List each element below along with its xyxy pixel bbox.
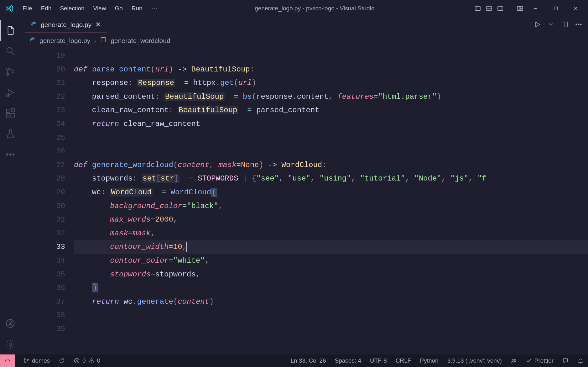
code-line[interactable]: clean_raw_content: BeautifulSoup = parse… (74, 103, 588, 117)
line-number: 28 (21, 172, 65, 186)
svg-point-39 (24, 362, 25, 363)
status-branch[interactable]: demos (19, 354, 54, 367)
status-eol[interactable]: CRLF (391, 354, 416, 367)
activity-search-icon[interactable] (0, 41, 21, 61)
status-cursor-position[interactable]: Ln 33, Col 26 (286, 354, 330, 367)
customize-layout-icon[interactable] (517, 5, 523, 12)
toggle-panel-bottom-icon[interactable] (486, 5, 492, 12)
code-editor[interactable]: 1920212223242526272829303132333435363738… (21, 48, 588, 354)
menu-selection[interactable]: Selection (55, 3, 89, 14)
close-button[interactable] (569, 3, 583, 13)
line-number: 23 (21, 103, 65, 117)
code-line[interactable]: def parse_content(url) -> BeautifulSoup: (74, 63, 588, 76)
line-number-gutter: 1920212223242526272829303132333435363738… (21, 49, 74, 336)
svg-point-36 (580, 24, 581, 25)
svg-point-30 (33, 22, 33, 23)
code-line[interactable]: mask=mask, (74, 227, 588, 240)
run-dropdown-icon[interactable] (547, 21, 555, 29)
line-number: 20 (21, 63, 65, 76)
status-sync[interactable] (54, 354, 69, 367)
tab-label: generate_logo.py (41, 21, 91, 29)
svg-point-13 (7, 48, 12, 53)
status-interpreter[interactable]: 3.9.13 ('.venv': venv) (443, 354, 506, 367)
breadcrumb-file[interactable]: generate_logo.py (39, 37, 90, 45)
chevron-right-icon: › (94, 37, 96, 45)
status-formatter[interactable]: Prettier (521, 354, 558, 367)
code-line[interactable]: stopwords=stopwords, (74, 268, 588, 281)
layout-controls (474, 5, 523, 12)
activity-accounts-icon[interactable] (0, 313, 21, 334)
code-line[interactable]: parsed_content: BeautifulSoup = bs(respo… (74, 90, 588, 104)
line-number: 25 (21, 131, 65, 145)
activity-extensions-icon[interactable] (0, 103, 21, 123)
svg-point-17 (12, 71, 14, 73)
svg-point-26 (13, 154, 14, 155)
activity-run-debug-icon[interactable] (0, 82, 21, 103)
code-line[interactable]: background_color="black", (74, 199, 588, 213)
code-line[interactable]: contour_width=10, (74, 240, 588, 254)
minimize-button[interactable] (528, 3, 543, 13)
code-line[interactable]: ) (74, 281, 588, 295)
remote-indicator[interactable] (0, 354, 15, 367)
vscode-logo-icon (5, 4, 14, 13)
status-branch-label: demos (32, 357, 50, 364)
code-line[interactable]: max_words=2000, (74, 213, 588, 227)
code-line[interactable]: contour_color="white", (74, 254, 588, 268)
tab-close-icon[interactable]: ✕ (95, 21, 101, 29)
svg-point-25 (9, 154, 11, 155)
status-feedback-icon[interactable] (558, 354, 573, 367)
code-line[interactable] (74, 49, 588, 63)
svg-point-16 (7, 73, 9, 76)
maximize-button[interactable] (549, 3, 563, 13)
code-content[interactable]: def parse_content(url) -> BeautifulSoup:… (74, 49, 588, 336)
code-line[interactable]: wc: WordCloud = WordCloud( (74, 186, 588, 199)
breadcrumb[interactable]: generate_logo.py › generate_wordcloud (21, 33, 588, 48)
code-line[interactable] (74, 131, 588, 145)
svg-point-24 (7, 154, 8, 155)
code-line[interactable]: return wc.generate(content) (74, 295, 588, 309)
activity-settings-icon[interactable] (0, 334, 21, 354)
svg-point-28 (9, 321, 12, 324)
code-line[interactable]: response: Response = httpx.get(url) (74, 76, 588, 90)
menu-go[interactable]: Go (110, 3, 127, 14)
python-file-icon (29, 37, 36, 45)
svg-rect-23 (11, 109, 14, 112)
more-actions-icon[interactable] (575, 21, 582, 29)
status-notifications-icon[interactable] (573, 354, 588, 367)
menu-file[interactable]: File (18, 3, 37, 14)
svg-rect-37 (101, 38, 106, 42)
menu-overflow-icon[interactable]: ⋯ (147, 3, 162, 14)
separator (510, 5, 510, 12)
toggle-panel-right-icon[interactable] (497, 5, 504, 12)
code-line[interactable]: def generate_wordcloud(content, mask=Non… (74, 158, 588, 172)
activity-overflow-icon[interactable] (0, 144, 21, 165)
python-file-icon (31, 21, 37, 29)
activity-explorer-icon[interactable] (0, 20, 21, 41)
run-file-icon[interactable] (533, 21, 541, 29)
line-number: 29 (21, 186, 65, 199)
svg-point-40 (27, 359, 29, 360)
code-line[interactable] (74, 308, 588, 322)
toggle-panel-left-icon[interactable] (474, 5, 481, 12)
line-number: 36 (21, 281, 65, 295)
activity-testing-icon[interactable] (0, 123, 21, 144)
breadcrumb-symbol[interactable]: generate_wordcloud (111, 37, 170, 45)
menu-run[interactable]: Run (127, 3, 147, 14)
code-line[interactable] (74, 144, 588, 158)
code-line[interactable]: stopwords: set[str] = STOPWORDS | {"see"… (74, 172, 588, 186)
status-problems[interactable]: 0 0 (69, 354, 105, 367)
menu-view[interactable]: View (89, 3, 111, 14)
activity-source-control-icon[interactable] (0, 61, 21, 82)
code-line[interactable]: return clean_raw_content (74, 117, 588, 131)
split-editor-icon[interactable] (561, 21, 569, 29)
menu-edit[interactable]: Edit (37, 3, 56, 14)
status-indentation[interactable]: Spaces: 4 (330, 354, 366, 367)
svg-point-38 (24, 359, 25, 360)
code-line[interactable] (74, 322, 588, 336)
status-live-share[interactable] (506, 354, 521, 367)
status-encoding[interactable]: UTF-8 (366, 354, 391, 367)
editor-actions (533, 21, 588, 29)
tab-generate-logo[interactable]: generate_logo.py ✕ (25, 17, 107, 33)
status-language[interactable]: Python (415, 354, 443, 367)
line-number: 27 (21, 158, 65, 172)
